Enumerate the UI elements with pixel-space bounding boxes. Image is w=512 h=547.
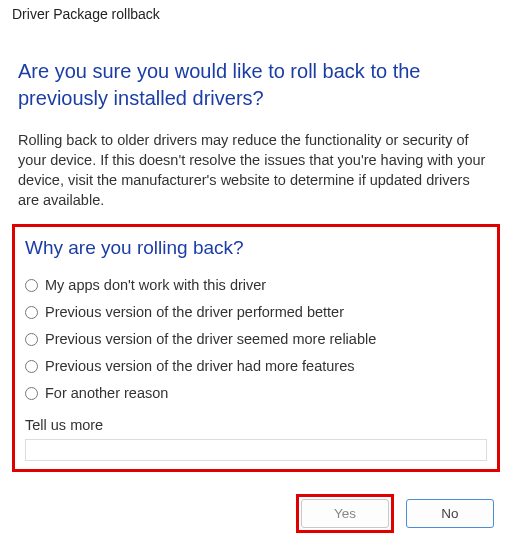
radio-label: Previous version of the driver had more … [45,358,354,374]
radio-input[interactable] [25,387,38,400]
radio-label: Previous version of the driver seemed mo… [45,331,376,347]
survey-question: Why are you rolling back? [25,237,487,259]
tell-us-more-input[interactable] [25,439,487,461]
yes-button-highlight: Yes [296,494,394,533]
warning-text: Rolling back to older drivers may reduce… [18,130,494,210]
radio-label: For another reason [45,385,168,401]
radio-input[interactable] [25,306,38,319]
main-heading: Are you sure you would like to roll back… [18,58,494,112]
dialog-window: Driver Package rollback Are you sure you… [0,0,512,547]
tell-us-more-label: Tell us more [25,417,487,433]
radio-group: My apps don't work with this driver Prev… [25,277,487,401]
radio-input[interactable] [25,279,38,292]
radio-label: Previous version of the driver performed… [45,304,344,320]
radio-option-apps-dont-work[interactable]: My apps don't work with this driver [25,277,487,293]
window-title: Driver Package rollback [0,0,512,26]
dialog-content: Are you sure you would like to roll back… [0,26,512,472]
yes-button[interactable]: Yes [301,499,389,528]
radio-input[interactable] [25,333,38,346]
button-row: Yes No [296,494,494,533]
no-button[interactable]: No [406,499,494,528]
radio-label: My apps don't work with this driver [45,277,266,293]
survey-highlight-box: Why are you rolling back? My apps don't … [12,224,500,472]
radio-option-more-features[interactable]: Previous version of the driver had more … [25,358,487,374]
radio-option-performed-better[interactable]: Previous version of the driver performed… [25,304,487,320]
radio-option-another-reason[interactable]: For another reason [25,385,487,401]
radio-option-more-reliable[interactable]: Previous version of the driver seemed mo… [25,331,487,347]
radio-input[interactable] [25,360,38,373]
